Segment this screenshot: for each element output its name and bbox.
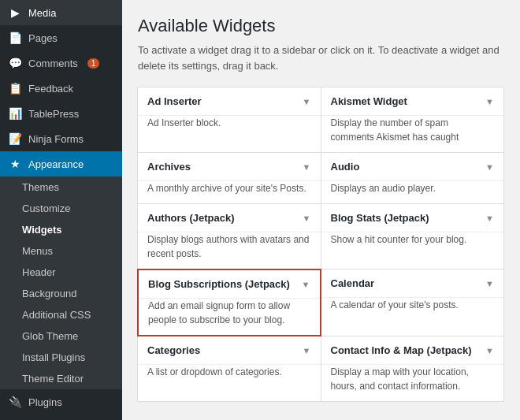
widget-cell-akismet: Akismet Widget ▼ Display the number of s… bbox=[321, 87, 505, 153]
widget-desc-calendar: A calendar of your site's posts. bbox=[321, 298, 504, 320]
widget-name-blog-subscriptions: Blog Subscriptions (Jetpack) bbox=[148, 278, 290, 290]
widget-header-categories[interactable]: Categories ▼ bbox=[138, 336, 321, 364]
widget-name-archives: Archives bbox=[147, 161, 191, 173]
widget-cell-audio: Audio ▼ Displays an audio player. bbox=[321, 152, 505, 204]
sidebar-item-comments-label: Comments bbox=[28, 58, 78, 69]
widget-header-akismet[interactable]: Akismet Widget ▼ bbox=[321, 87, 504, 115]
additional-css-label: Additional CSS bbox=[22, 309, 91, 321]
widgets-label: Widgets bbox=[22, 224, 61, 236]
widget-header-contact-info[interactable]: Contact Info & Map (Jetpack) ▼ bbox=[321, 336, 504, 364]
widget-cell-blog-stats: Blog Stats (Jetpack) ▼ Show a hit counte… bbox=[321, 203, 505, 269]
feedback-icon: 📋 bbox=[8, 82, 22, 95]
widget-name-contact-info: Contact Info & Map (Jetpack) bbox=[331, 344, 472, 356]
widget-name-akismet: Akismet Widget bbox=[331, 95, 407, 107]
sidebar-sub-widgets[interactable]: Widgets bbox=[0, 219, 122, 240]
widget-desc-authors: Display blogs authors with avatars and r… bbox=[138, 232, 321, 269]
sidebar-sub-additional-css[interactable]: Additional CSS bbox=[0, 304, 122, 325]
sidebar-sub-theme-editor[interactable]: Theme Editor bbox=[0, 368, 122, 389]
widget-header-authors[interactable]: Authors (Jetpack) ▼ bbox=[138, 204, 321, 232]
widget-name-categories: Categories bbox=[147, 344, 200, 356]
widget-cell-blog-subscriptions: Blog Subscriptions (Jetpack) ▼ Add an em… bbox=[137, 269, 321, 336]
comments-icon: 💬 bbox=[8, 57, 22, 69]
dropdown-arrow-ad-inserter: ▼ bbox=[303, 97, 311, 106]
sidebar-sub-header[interactable]: Header bbox=[0, 262, 122, 283]
background-label: Background bbox=[22, 288, 76, 299]
widget-cell-authors: Authors (Jetpack) ▼ Display blogs author… bbox=[137, 203, 321, 269]
customize-label: Customize bbox=[22, 203, 70, 214]
sidebar-item-tablepress[interactable]: 📊 TablePress bbox=[0, 101, 122, 126]
dropdown-arrow-akismet: ▼ bbox=[485, 97, 494, 106]
menus-label: Menus bbox=[22, 245, 53, 257]
dropdown-arrow-blog-stats: ▼ bbox=[485, 214, 494, 223]
media-icon: ▶ bbox=[8, 6, 22, 19]
sidebar-item-media-label: Media bbox=[28, 7, 56, 19]
ninja-forms-icon: 📝 bbox=[8, 132, 22, 145]
page-description: To activate a widget drag it to a sideba… bbox=[138, 43, 504, 73]
widget-desc-blog-subscriptions: Add an email signup form to allow people… bbox=[139, 299, 320, 335]
widget-header-blog-stats[interactable]: Blog Stats (Jetpack) ▼ bbox=[321, 204, 504, 232]
widget-cell-ad-inserter: Ad Inserter ▼ Ad Inserter block. bbox=[137, 87, 321, 153]
header-label: Header bbox=[22, 266, 56, 278]
sidebar-sub-menus[interactable]: Menus bbox=[0, 240, 122, 262]
dropdown-arrow-blog-subscriptions: ▼ bbox=[302, 280, 310, 289]
sidebar-item-plugins[interactable]: 🔌 Plugins bbox=[0, 389, 122, 414]
widget-header-ad-inserter[interactable]: Ad Inserter ▼ bbox=[138, 87, 321, 115]
widget-desc-categories: A list or dropdown of categories. bbox=[138, 365, 321, 387]
widget-header-blog-subscriptions[interactable]: Blog Subscriptions (Jetpack) ▼ bbox=[139, 270, 320, 298]
sidebar-item-feedback[interactable]: 📋 Feedback bbox=[0, 76, 122, 101]
tablepress-icon: 📊 bbox=[8, 107, 22, 120]
sidebar: ▶ Media 📄 Pages 💬 Comments 1 📋 Feedback … bbox=[0, 0, 122, 420]
widget-desc-blog-stats: Show a hit counter for your blog. bbox=[321, 232, 504, 255]
sidebar-item-appearance[interactable]: ★ Appearance bbox=[0, 151, 122, 177]
pages-icon: 📄 bbox=[8, 32, 22, 44]
install-plugins-label: Install Plugins bbox=[22, 351, 85, 363]
sidebar-item-plugins-label: Plugins bbox=[28, 396, 62, 408]
sidebar-item-ninja-forms[interactable]: 📝 Ninja Forms bbox=[0, 126, 122, 151]
widget-name-ad-inserter: Ad Inserter bbox=[147, 95, 202, 107]
widget-cell-categories: Categories ▼ A list or dropdown of categ… bbox=[137, 336, 321, 402]
widget-desc-audio: Displays an audio player. bbox=[321, 181, 504, 203]
dropdown-arrow-contact-info: ▼ bbox=[485, 346, 494, 355]
appearance-icon: ★ bbox=[8, 158, 22, 170]
top-menu: ▶ Media 📄 Pages 💬 Comments 1 📋 Feedback … bbox=[0, 0, 122, 151]
sidebar-item-ninja-forms-label: Ninja Forms bbox=[28, 133, 84, 145]
widget-header-calendar[interactable]: Calendar ▼ bbox=[321, 269, 504, 297]
sidebar-item-appearance-label: Appearance bbox=[28, 158, 84, 170]
sidebar-item-pages-label: Pages bbox=[28, 32, 58, 44]
page-title: Available Widgets bbox=[138, 16, 504, 36]
sidebar-sub-install-plugins[interactable]: Install Plugins bbox=[0, 347, 122, 368]
widget-cell-calendar: Calendar ▼ A calendar of your site's pos… bbox=[321, 269, 505, 336]
theme-editor-label: Theme Editor bbox=[22, 373, 84, 385]
widget-desc-ad-inserter: Ad Inserter block. bbox=[138, 116, 321, 138]
themes-label: Themes bbox=[22, 181, 59, 193]
widget-header-archives[interactable]: Archives ▼ bbox=[138, 153, 321, 180]
sidebar-sub-themes[interactable]: Themes bbox=[0, 177, 122, 198]
plugins-icon: 🔌 bbox=[8, 396, 22, 408]
appearance-submenu: Themes Customize Widgets Menus Header Ba… bbox=[0, 177, 122, 389]
sidebar-item-pages[interactable]: 📄 Pages bbox=[0, 25, 122, 50]
dropdown-arrow-calendar: ▼ bbox=[485, 279, 494, 288]
widget-grid: Ad Inserter ▼ Ad Inserter block. Akismet… bbox=[138, 87, 504, 402]
sidebar-sub-customize[interactable]: Customize bbox=[0, 198, 122, 219]
sidebar-item-comments[interactable]: 💬 Comments 1 bbox=[0, 50, 122, 76]
sidebar-sub-glob-theme[interactable]: Glob Theme bbox=[0, 325, 122, 347]
widget-name-calendar: Calendar bbox=[331, 277, 375, 289]
sidebar-item-tablepress-label: TablePress bbox=[28, 108, 79, 120]
widget-desc-akismet: Display the number of spam comments Akis… bbox=[321, 116, 504, 152]
widget-desc-archives: A monthly archive of your site's Posts. bbox=[138, 181, 321, 203]
sidebar-sub-background[interactable]: Background bbox=[0, 283, 122, 304]
dropdown-arrow-audio: ▼ bbox=[485, 162, 494, 172]
dropdown-arrow-authors: ▼ bbox=[303, 214, 311, 223]
widget-name-authors: Authors (Jetpack) bbox=[147, 212, 235, 224]
glob-theme-label: Glob Theme bbox=[22, 330, 78, 342]
sidebar-item-media[interactable]: ▶ Media bbox=[0, 0, 122, 25]
dropdown-arrow-categories: ▼ bbox=[303, 346, 311, 355]
widget-cell-contact-info: Contact Info & Map (Jetpack) ▼ Display a… bbox=[321, 336, 505, 402]
widget-name-blog-stats: Blog Stats (Jetpack) bbox=[331, 212, 429, 224]
comments-badge: 1 bbox=[87, 58, 100, 69]
widget-header-audio[interactable]: Audio ▼ bbox=[321, 153, 504, 180]
widget-desc-contact-info: Display a map with your location, hours,… bbox=[321, 365, 504, 401]
widget-cell-archives: Archives ▼ A monthly archive of your sit… bbox=[137, 152, 321, 204]
widget-name-audio: Audio bbox=[331, 161, 360, 173]
sidebar-item-feedback-label: Feedback bbox=[28, 83, 73, 95]
